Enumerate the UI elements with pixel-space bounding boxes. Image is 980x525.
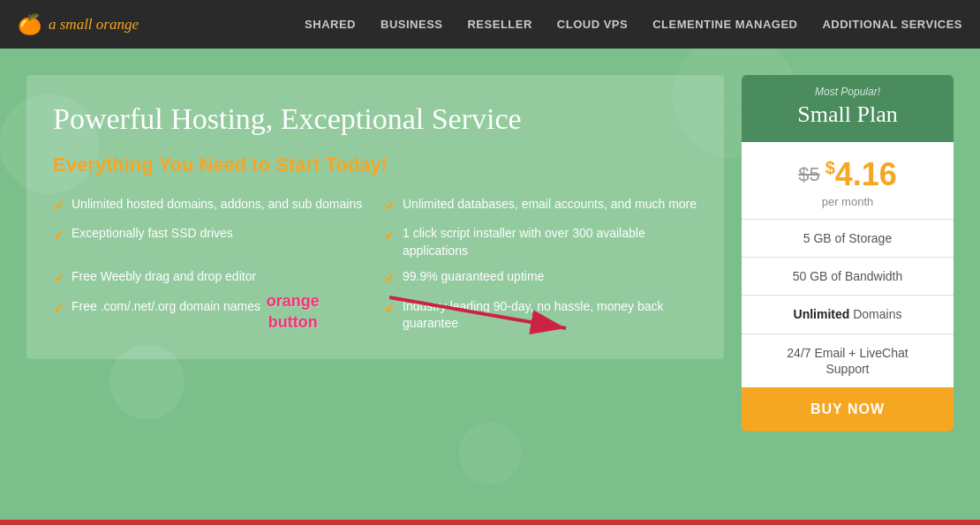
logo-text[interactable]: a small orange bbox=[49, 16, 139, 34]
old-price: $5 bbox=[798, 163, 819, 186]
pricing-feature-domains: Unlimited Domains bbox=[742, 295, 954, 333]
pricing-card: Most Popular! Small Plan $5 $4.16 per mo… bbox=[742, 75, 954, 431]
check-icon: ✔ bbox=[53, 226, 64, 245]
feature-text: Unlimited hosted domains, addons, and su… bbox=[72, 196, 362, 214]
check-icon: ✔ bbox=[384, 197, 396, 216]
new-price: $4.16 bbox=[825, 156, 897, 193]
pricing-feature-bandwidth: 50 GB of Bandwidth bbox=[742, 257, 954, 295]
nav-clementine[interactable]: CLEMENTINE MANAGED bbox=[652, 18, 797, 31]
check-icon: ✔ bbox=[384, 226, 396, 245]
feature-item: ✔ 1 click script installer with over 300… bbox=[384, 225, 697, 259]
svg-line-1 bbox=[389, 297, 566, 328]
logo-icon: 🍊 bbox=[18, 13, 41, 36]
red-bar bbox=[0, 520, 980, 525]
feature-text: 1 click script installer with over 300 a… bbox=[403, 225, 697, 259]
price-section: $5 $4.16 per month bbox=[742, 142, 954, 219]
price-row: $5 $4.16 bbox=[750, 156, 945, 193]
plan-name: Small Plan bbox=[756, 101, 939, 128]
sub-heading: Everything You Need to Start Today! bbox=[53, 154, 697, 176]
nav-shared[interactable]: SHARED bbox=[305, 18, 356, 31]
buy-now-button[interactable]: BUY NOW bbox=[742, 387, 954, 431]
card-header: Most Popular! Small Plan bbox=[742, 75, 954, 142]
feature-item: ✔ Exceptionally fast SSD drives bbox=[53, 225, 366, 259]
nav-cloud-vps[interactable]: CLOUD VPS bbox=[557, 18, 628, 31]
check-icon: ✔ bbox=[53, 299, 64, 319]
left-panel: Powerful Hosting, Exceptional Service Ev… bbox=[26, 75, 724, 359]
feature-item: ✔ Unlimited hosted domains, addons, and … bbox=[53, 196, 366, 216]
logo-area: 🍊 a small orange bbox=[18, 13, 139, 36]
feature-text: Free .com/.net/.org domain names bbox=[72, 298, 260, 316]
nav-links: SHARED BUSINESS RESELLER CLOUD VPS CLEME… bbox=[305, 18, 962, 31]
annotation-text: orange button bbox=[267, 291, 320, 333]
main-content: Powerful Hosting, Exceptional Service Ev… bbox=[0, 49, 980, 525]
feature-text: Unlimited databases, email accounts, and… bbox=[403, 196, 697, 214]
currency-symbol: $ bbox=[825, 158, 835, 177]
feature-text: Exceptionally fast SSD drives bbox=[72, 225, 233, 243]
per-month-label: per month bbox=[750, 195, 945, 208]
feature-item: ✔ Free Weebly drag and drop editor bbox=[53, 268, 366, 289]
arrow-icon bbox=[389, 280, 584, 341]
pricing-feature-storage: 5 GB of Storage bbox=[742, 219, 954, 257]
nav-additional[interactable]: ADDITIONAL SERVICES bbox=[822, 18, 962, 31]
check-icon: ✔ bbox=[53, 197, 64, 216]
main-heading: Powerful Hosting, Exceptional Service bbox=[53, 101, 697, 138]
navbar: 🍊 a small orange SHARED BUSINESS RESELLE… bbox=[0, 0, 980, 49]
features-grid: ✔ Unlimited hosted domains, addons, and … bbox=[53, 196, 697, 333]
pricing-feature-support: 24/7 Email + LiveChatSupport bbox=[742, 334, 954, 387]
nav-business[interactable]: BUSINESS bbox=[381, 18, 442, 31]
feature-item: ✔ Unlimited databases, email accounts, a… bbox=[384, 196, 697, 216]
annotation: orange button bbox=[267, 291, 320, 333]
nav-reseller[interactable]: RESELLER bbox=[467, 18, 531, 31]
pricing-features-list: 5 GB of Storage 50 GB of Bandwidth Unlim… bbox=[742, 219, 954, 387]
most-popular-label: Most Popular! bbox=[756, 86, 939, 98]
check-icon: ✔ bbox=[53, 269, 64, 289]
feature-text: Free Weebly drag and drop editor bbox=[72, 268, 256, 286]
